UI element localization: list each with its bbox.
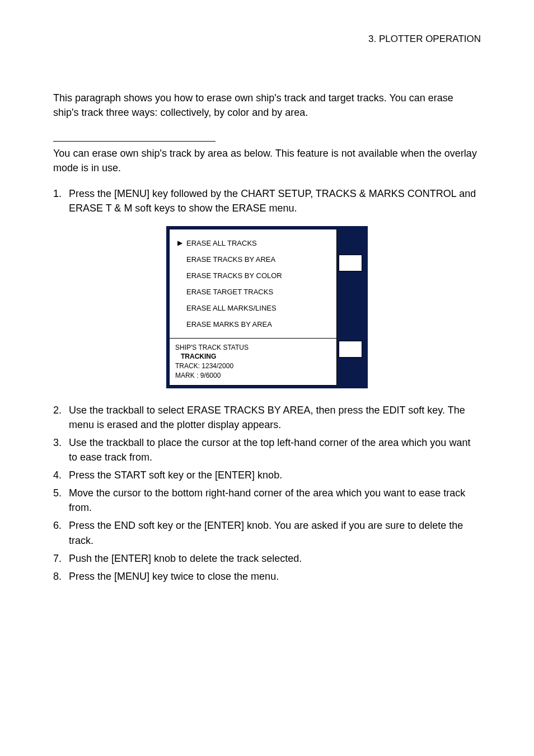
menu-item-erase-tracks-area: ERASE TRACKS BY AREA xyxy=(175,251,331,267)
status-track-count: TRACK: 1234/2000 xyxy=(175,361,331,371)
step-4: 4. Press the START soft key or the [ENTE… xyxy=(53,468,481,482)
menu-item-erase-target-tracks: ERASE TARGET TRACKS xyxy=(175,284,331,300)
menu-item-label: ERASE TRACKS BY COLOR xyxy=(186,271,282,280)
step-text: Use the trackball to select ERASE TRACKS… xyxy=(69,403,481,432)
step-number: 6. xyxy=(53,518,69,547)
menu-item-erase-marks-area: ERASE MARKS BY AREA xyxy=(175,316,331,332)
sub-paragraph: You can erase own ship's track by area a… xyxy=(53,146,481,175)
step-text: Move the cursor to the bottom right-hand… xyxy=(69,486,481,515)
step-6: 6. Press the END soft key or the [ENTER]… xyxy=(53,518,481,547)
menu-item-label: ERASE MARKS BY AREA xyxy=(186,320,272,328)
step-1: 1. Press the [MENU] key followed by the … xyxy=(53,186,481,215)
soft-key-button-1 xyxy=(339,255,362,271)
steps-bottom-list: 2. Use the trackball to select ERASE TRA… xyxy=(53,403,481,584)
step-5: 5. Move the cursor to the bottom right-h… xyxy=(53,486,481,515)
step-text: Press the [MENU] key followed by the CHA… xyxy=(69,186,481,215)
section-header: 3. PLOTTER OPERATION xyxy=(53,34,481,45)
status-mark-count: MARK : 9/6000 xyxy=(175,371,331,381)
step-number: 5. xyxy=(53,486,69,515)
soft-key-button-2 xyxy=(339,341,362,358)
menu-item-label: ERASE TRACKS BY AREA xyxy=(186,255,275,264)
step-number: 1. xyxy=(53,186,69,215)
step-number: 7. xyxy=(53,551,69,566)
step-3: 3. Use the trackball to place the cursor… xyxy=(53,435,481,464)
cursor-arrow-icon: ▶ xyxy=(177,239,186,247)
menu-panel: ▶ ERASE ALL TRACKS ERASE TRACKS BY AREA … xyxy=(169,229,337,386)
step-text: Use the trackball to place the cursor at… xyxy=(69,435,481,464)
step-7: 7. Push the [ENTER] knob to delete the t… xyxy=(53,551,481,566)
step-number: 4. xyxy=(53,468,69,482)
status-title: SHIP'S TRACK STATUS xyxy=(175,343,331,353)
erase-menu-figure: ▶ ERASE ALL TRACKS ERASE TRACKS BY AREA … xyxy=(166,226,368,388)
step-text: Press the END soft key or the [ENTER] kn… xyxy=(69,518,481,547)
menu-item-erase-tracks-color: ERASE TRACKS BY COLOR xyxy=(175,267,331,284)
step-2: 2. Use the trackball to select ERASE TRA… xyxy=(53,403,481,432)
step-text: Press the START soft key or the [ENTER] … xyxy=(69,468,481,482)
step-text: Push the [ENTER] knob to delete the trac… xyxy=(69,551,481,566)
step-text: Press the [MENU] key twice to close the … xyxy=(69,569,481,584)
step-number: 3. xyxy=(53,435,69,464)
status-tracking: TRACKING xyxy=(175,352,331,361)
menu-item-erase-all-tracks: ▶ ERASE ALL TRACKS xyxy=(175,235,331,251)
step-number: 2. xyxy=(53,403,69,432)
step-number: 8. xyxy=(53,569,69,584)
menu-item-label: ERASE ALL TRACKS xyxy=(186,239,257,247)
menu-item-label: ERASE TARGET TRACKS xyxy=(186,288,273,296)
menu-list: ▶ ERASE ALL TRACKS ERASE TRACKS BY AREA … xyxy=(170,229,336,339)
menu-item-erase-all-marks: ERASE ALL MARKS/LINES xyxy=(175,300,331,316)
step-8: 8. Press the [MENU] key twice to close t… xyxy=(53,569,481,584)
ship-track-status: SHIP'S TRACK STATUS TRACKING TRACK: 1234… xyxy=(170,339,336,385)
soft-key-column xyxy=(337,229,364,386)
menu-outer-frame: ▶ ERASE ALL TRACKS ERASE TRACKS BY AREA … xyxy=(166,226,368,388)
intro-paragraph: This paragraph shows you how to erase ow… xyxy=(53,91,481,120)
divider-line xyxy=(53,141,216,142)
menu-item-label: ERASE ALL MARKS/LINES xyxy=(186,304,277,312)
